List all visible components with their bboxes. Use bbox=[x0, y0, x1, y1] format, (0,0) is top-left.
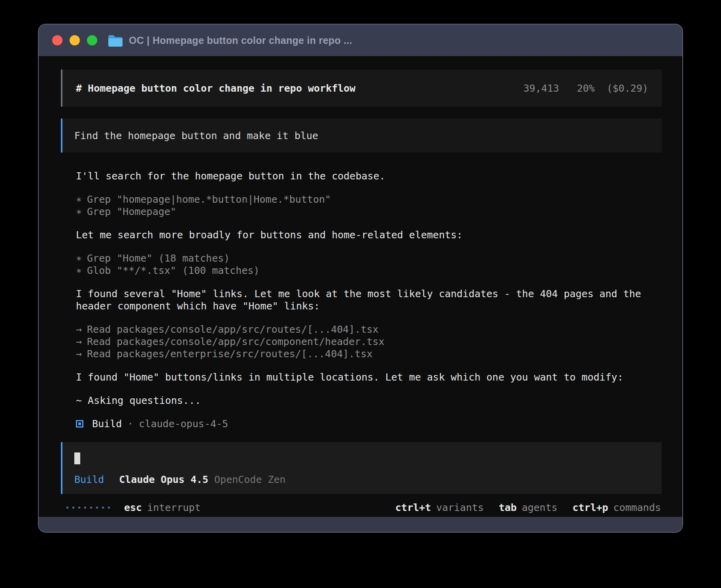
window-title: OC | Homepage button color change in rep… bbox=[129, 35, 352, 46]
minimize-button[interactable] bbox=[70, 35, 80, 45]
asterisk-icon: ∗ bbox=[76, 265, 82, 276]
tool-call-read: →Read packages/console/app/src/routes/[.… bbox=[76, 323, 662, 335]
shortcut-variants: ctrl+tvariants bbox=[395, 501, 484, 514]
shortcut-key: ctrl+t bbox=[395, 502, 431, 513]
dot-separator: · bbox=[127, 418, 133, 430]
text-cursor bbox=[74, 452, 80, 464]
spinner-dot bbox=[72, 507, 74, 509]
window-bottom-strip bbox=[39, 517, 682, 532]
tool-call-text: Glob "**/*.tsx" (100 matches) bbox=[87, 265, 260, 276]
status-bar: escinterrupt ctrl+tvariants tabagents ct… bbox=[61, 501, 662, 514]
assistant-message: I'll search for the homepage button in t… bbox=[76, 170, 662, 182]
titlebar: OC | Homepage button color change in rep… bbox=[39, 24, 682, 56]
arrow-right-icon: → bbox=[76, 348, 82, 360]
tool-call-read: →Read packages/enterprise/src/routes/[..… bbox=[76, 348, 662, 360]
user-message-text: Find the homepage button and make it blu… bbox=[74, 130, 318, 142]
session-cost: ($0.29) bbox=[607, 83, 648, 94]
spinner-dot bbox=[96, 507, 98, 509]
arrow-right-icon: → bbox=[76, 324, 82, 335]
session-header: # Homepage button color change in repo w… bbox=[61, 70, 662, 107]
shortcut-key: ctrl+p bbox=[572, 502, 608, 513]
shortcut-label: agents bbox=[522, 502, 557, 513]
status-right: ctrl+tvariants tabagents ctrl+pcommands bbox=[395, 501, 661, 514]
spinner-dot bbox=[66, 507, 68, 509]
tool-call-group: ∗Grep "homepage|home.*button|Home.*butto… bbox=[76, 193, 662, 218]
shortcut-key: esc bbox=[124, 502, 142, 513]
model-row: Build Claude Opus 4.5 OpenCode Zen bbox=[74, 473, 650, 486]
arrow-right-icon: → bbox=[76, 336, 82, 347]
terminal-content: # Homepage button color change in repo w… bbox=[39, 56, 682, 517]
terminal-window: OC | Homepage button color change in rep… bbox=[38, 24, 683, 533]
tool-call-text: Grep "Homepage" bbox=[87, 206, 176, 217]
assistant-message: I found several "Home" links. Let me loo… bbox=[76, 288, 662, 312]
tool-call-glob: ∗Glob "**/*.tsx" (100 matches) bbox=[76, 264, 662, 277]
spinner-dot bbox=[90, 507, 92, 509]
tool-call-read: →Read packages/console/app/src/component… bbox=[76, 335, 662, 348]
tool-call-grep: ∗Grep "homepage|home.*button|Home.*butto… bbox=[76, 193, 662, 205]
session-title: # Homepage button color change in repo w… bbox=[76, 82, 355, 94]
agent-status-row: Build · claude-opus-4-5 bbox=[76, 418, 662, 430]
shortcut-label: interrupt bbox=[147, 502, 200, 513]
working-status: ~ Asking questions... bbox=[76, 394, 662, 407]
tool-call-text: Grep "homepage|home.*button|Home.*button… bbox=[87, 194, 331, 205]
shortcut-agents: tabagents bbox=[499, 501, 557, 514]
zoom-button[interactable] bbox=[87, 35, 97, 45]
tool-call-group: ∗Grep "Home" (18 matches) ∗Glob "**/*.ts… bbox=[76, 252, 662, 277]
spinner-dot bbox=[102, 507, 104, 509]
traffic-lights bbox=[52, 35, 97, 45]
prompt-input[interactable]: Build Claude Opus 4.5 OpenCode Zen bbox=[61, 442, 662, 494]
transcript: I'll search for the homepage button in t… bbox=[76, 170, 662, 430]
assistant-message: Let me search more broadly for buttons a… bbox=[76, 229, 662, 241]
asterisk-icon: ∗ bbox=[76, 194, 82, 205]
tool-call-text: Read packages/enterprise/src/routes/[...… bbox=[87, 348, 372, 360]
tool-call-text: Grep "Home" (18 matches) bbox=[87, 253, 230, 264]
model-label: Claude Opus 4.5 bbox=[119, 473, 208, 486]
build-agent-icon bbox=[76, 420, 83, 428]
spinner-dots bbox=[66, 507, 110, 509]
tool-call-group: →Read packages/console/app/src/routes/[.… bbox=[76, 323, 662, 360]
context-percent: 20% bbox=[577, 83, 595, 94]
token-count: 39,413 bbox=[523, 83, 559, 94]
shortcut-key: tab bbox=[499, 502, 517, 513]
shortcut-commands: ctrl+pcommands bbox=[572, 501, 661, 514]
folder-icon bbox=[108, 34, 123, 47]
spinner-dot bbox=[78, 507, 80, 509]
session-stats: 39,413 20% ($0.29) bbox=[523, 82, 648, 94]
tool-call-text: Read packages/console/app/src/component/… bbox=[87, 336, 385, 347]
tool-call-grep: ∗Grep "Home" (18 matches) bbox=[76, 252, 662, 264]
shortcut-esc: escinterrupt bbox=[124, 501, 201, 514]
mode-label: Build bbox=[74, 473, 104, 486]
assistant-message: I found "Home" buttons/links in multiple… bbox=[76, 371, 662, 383]
shortcut-label: commands bbox=[613, 502, 661, 513]
status-left: escinterrupt bbox=[66, 501, 201, 514]
asterisk-icon: ∗ bbox=[76, 206, 82, 217]
provider-label: OpenCode Zen bbox=[214, 473, 286, 486]
tool-call-grep: ∗Grep "Homepage" bbox=[76, 205, 662, 218]
spinner-dot bbox=[108, 507, 110, 509]
agent-model: claude-opus-4-5 bbox=[139, 418, 228, 430]
close-button[interactable] bbox=[52, 35, 62, 45]
spinner-dot bbox=[84, 507, 86, 509]
tool-call-text: Read packages/console/app/src/routes/[..… bbox=[87, 324, 379, 335]
asterisk-icon: ∗ bbox=[76, 253, 82, 264]
agent-name: Build bbox=[92, 418, 122, 430]
shortcut-label: variants bbox=[436, 502, 483, 513]
user-message: Find the homepage button and make it blu… bbox=[61, 119, 662, 153]
